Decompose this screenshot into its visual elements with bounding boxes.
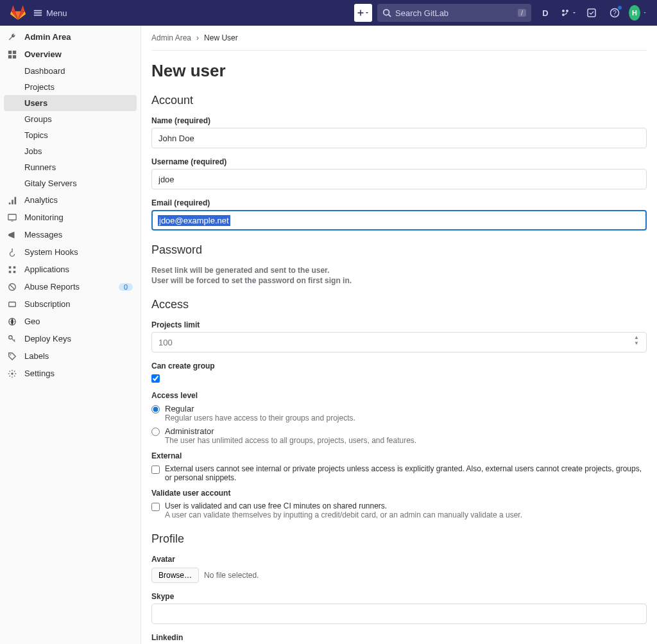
projects-limit-input[interactable] — [151, 332, 647, 352]
help-dropdown[interactable]: ? — [606, 4, 624, 22]
name-input[interactable] — [151, 128, 647, 148]
subscription-icon — [8, 300, 18, 309]
username-input[interactable] — [151, 169, 647, 189]
sidebar-item-runners[interactable]: Runners — [0, 159, 141, 175]
gear-icon — [8, 369, 18, 378]
sidebar-item-gitaly[interactable]: Gitaly Servers — [0, 175, 141, 191]
sidebar-settings[interactable]: Settings — [0, 365, 141, 382]
chevron-down-icon — [643, 10, 647, 15]
avatar-label: Avatar — [151, 555, 647, 564]
svg-rect-10 — [13, 266, 16, 268]
password-help-2: User will be forced to set the password … — [151, 276, 647, 285]
topbar: Menu / D ? H — [0, 0, 657, 26]
sidebar-item-jobs[interactable]: Jobs — [0, 143, 141, 159]
validate-check-text: User is validated and can use free CI mi… — [165, 501, 522, 510]
external-desc: External users cannot see internal or pr… — [165, 464, 647, 482]
sidebar-item-groups[interactable]: Groups — [0, 111, 141, 127]
search-shortcut: / — [518, 9, 526, 17]
profile-heading: Profile — [151, 532, 647, 546]
sidebar-geo[interactable]: Geo — [0, 313, 141, 330]
main-content: Admin Area › New User New user Account N… — [141, 26, 657, 644]
sidebar-monitoring[interactable]: Monitoring — [0, 209, 141, 226]
sidebar-item-topics[interactable]: Topics — [0, 127, 141, 143]
svg-point-0 — [384, 10, 389, 15]
bullhorn-icon — [8, 231, 18, 239]
svg-rect-7 — [13, 55, 16, 58]
access-regular-radio[interactable] — [151, 405, 160, 413]
svg-rect-9 — [9, 266, 12, 268]
sidebar-system-hooks[interactable]: System Hooks — [0, 243, 141, 261]
access-heading: Access — [151, 298, 647, 311]
can-create-group-label: Can create group — [151, 361, 647, 370]
plus-dropdown[interactable] — [354, 4, 372, 22]
email-label: Email (required) — [151, 198, 647, 207]
breadcrumb: Admin Area › New User — [151, 26, 647, 51]
issues-icon[interactable]: D — [536, 4, 554, 22]
page-title: New user — [151, 61, 647, 81]
breadcrumb-parent[interactable]: Admin Area — [151, 33, 191, 42]
svg-point-18 — [11, 372, 13, 375]
name-label: Name (required) — [151, 116, 647, 125]
svg-point-17 — [10, 354, 12, 355]
gitlab-logo[interactable] — [10, 5, 26, 21]
search-box[interactable]: / — [377, 4, 531, 22]
svg-text:?: ? — [613, 10, 617, 17]
svg-rect-4 — [8, 50, 12, 53]
sidebar-subscription[interactable]: Subscription — [0, 295, 141, 313]
svg-rect-14 — [9, 302, 16, 306]
username-label: Username (required) — [151, 157, 647, 166]
hamburger-icon — [33, 8, 42, 17]
browse-button[interactable]: Browse… — [151, 568, 199, 583]
hook-icon — [8, 248, 18, 257]
monitor-icon — [8, 213, 18, 222]
can-create-group-checkbox[interactable] — [151, 374, 160, 383]
menu-label: Menu — [46, 8, 67, 18]
sidebar-item-users[interactable]: Users — [4, 95, 137, 111]
applications-icon — [8, 265, 18, 274]
search-icon — [382, 8, 391, 17]
password-heading: Password — [151, 243, 647, 257]
access-level-label: Access level — [151, 391, 647, 400]
file-status: No file selected. — [204, 571, 259, 580]
todos-icon[interactable] — [583, 4, 601, 22]
sidebar-item-dashboard[interactable]: Dashboard — [0, 63, 141, 79]
sidebar: Admin Area Overview Dashboard Projects U… — [0, 26, 141, 644]
external-label: External — [151, 451, 647, 460]
sidebar-applications[interactable]: Applications — [0, 261, 141, 278]
overview-icon — [8, 50, 18, 59]
regular-label: Regular — [165, 404, 355, 413]
validate-label: Validate user account — [151, 489, 647, 498]
chevron-down-icon — [364, 10, 370, 15]
merge-request-icon — [560, 8, 570, 18]
sidebar-abuse-reports[interactable]: Abuse Reports0 — [0, 278, 141, 295]
user-menu[interactable]: H — [629, 4, 647, 22]
menu-button[interactable]: Menu — [33, 8, 67, 18]
projects-limit-label: Projects limit — [151, 320, 647, 329]
key-icon — [8, 335, 18, 344]
validate-checkbox[interactable] — [151, 503, 160, 511]
sidebar-item-projects[interactable]: Projects — [0, 79, 141, 95]
breadcrumb-separator: › — [196, 33, 199, 42]
sidebar-messages[interactable]: Messages — [0, 226, 141, 243]
validate-desc: A user can validate themselves by inputt… — [165, 510, 522, 519]
sidebar-overview[interactable]: Overview — [0, 46, 141, 63]
external-checkbox[interactable] — [151, 466, 160, 474]
breadcrumb-current: New User — [204, 33, 238, 42]
analytics-icon — [8, 196, 18, 205]
number-stepper[interactable]: ▲▼ — [634, 335, 644, 350]
chevron-down-icon — [572, 10, 577, 15]
sidebar-labels[interactable]: Labels — [0, 347, 141, 365]
access-admin-radio[interactable] — [151, 428, 160, 436]
skype-input[interactable] — [151, 604, 647, 624]
email-input[interactable]: jdoe@example.net — [151, 210, 647, 231]
search-input[interactable] — [395, 8, 518, 18]
sidebar-admin-area[interactable]: Admin Area — [0, 28, 141, 46]
linkedin-label: Linkedin — [151, 633, 647, 642]
admin-desc: The user has unlimited access to all gro… — [165, 436, 416, 445]
label-icon — [8, 352, 18, 361]
sidebar-deploy-keys[interactable]: Deploy Keys — [0, 330, 141, 347]
sidebar-analytics[interactable]: Analytics — [0, 191, 141, 209]
todo-icon — [586, 8, 597, 18]
merge-requests-dropdown[interactable] — [559, 4, 577, 22]
geo-icon — [8, 317, 18, 326]
